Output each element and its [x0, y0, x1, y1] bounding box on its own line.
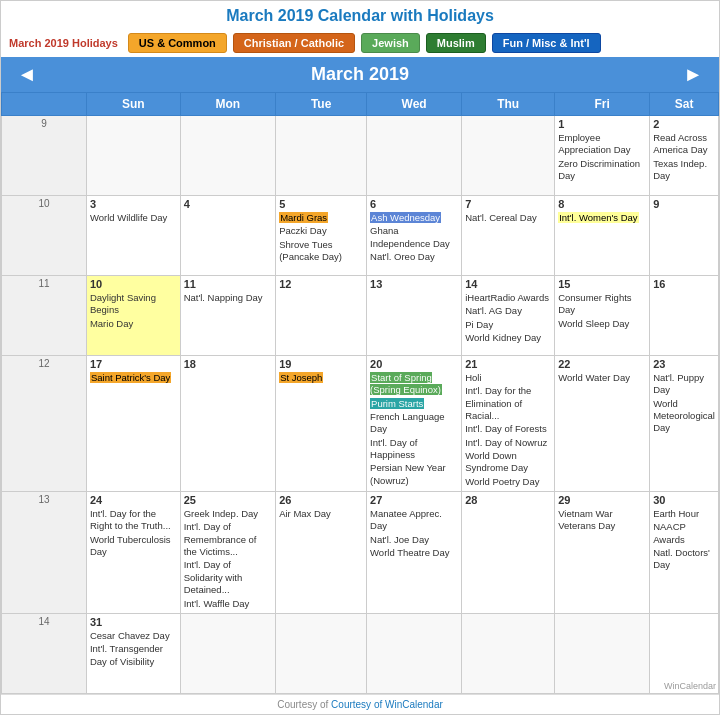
day-cell-feb27 — [367, 116, 462, 196]
day-cell-mar3: 3 World Wildlife Day — [86, 196, 180, 276]
col-sat: Sat — [650, 93, 719, 116]
filter-label: March 2019 Holidays — [9, 37, 118, 49]
week-num-9: 9 — [2, 116, 87, 196]
day-cell-mar14: 14 iHeartRadio Awards Nat'l. AG Day Pi D… — [462, 276, 555, 356]
prev-month-button[interactable]: ◄ — [17, 63, 37, 86]
col-sun: Sun — [86, 93, 180, 116]
tab-muslim[interactable]: Muslim — [426, 33, 486, 53]
day-cell-mar11: 11 Nat'l. Napping Day — [180, 276, 276, 356]
day-cell-mar5: 5 Mardi Gras Paczki Day Shrove Tues (Pan… — [276, 196, 367, 276]
page-title: March 2019 Calendar with Holidays — [1, 1, 719, 29]
day-cell-mar23: 23 Nat'l. Puppy Day World Meteorological… — [650, 356, 719, 492]
week-num-14: 14 — [2, 613, 87, 693]
col-thu: Thu — [462, 93, 555, 116]
week-num-10: 10 — [2, 196, 87, 276]
wincalendar-link[interactable]: Courtesy of WinCalendar — [331, 699, 443, 710]
day-cell-mar6: 6 Ash Wednesday Ghana Independence Day N… — [367, 196, 462, 276]
day-cell-mar31: 31 Cesar Chavez Day Int'l. Transgender D… — [86, 613, 180, 693]
day-cell-mar9: 9 — [650, 196, 719, 276]
month-year-title: March 2019 — [311, 64, 409, 85]
day-cell-mar29: 29 Vietnam War Veterans Day — [555, 492, 650, 614]
col-tue: Tue — [276, 93, 367, 116]
day-cell-apr4 — [462, 613, 555, 693]
day-cell-mar22: 22 World Water Day — [555, 356, 650, 492]
day-cell-mar12: 12 — [276, 276, 367, 356]
day-cell-mar26: 26 Air Max Day — [276, 492, 367, 614]
day-cell-mar2: 2 Read Across America Day Texas Indep. D… — [650, 116, 719, 196]
day-cell-mar13: 13 — [367, 276, 462, 356]
day-cell-mar17: 17 Saint Patrick's Day — [86, 356, 180, 492]
week-num-11: 11 — [2, 276, 87, 356]
day-cell-mar28: 28 — [462, 492, 555, 614]
week-num-12: 12 — [2, 356, 87, 492]
day-cell-mar21: 21 Holi Int'l. Day for the Elimination o… — [462, 356, 555, 492]
week-col-header — [2, 93, 87, 116]
col-mon: Mon — [180, 93, 276, 116]
wincalendar-credit: WinCalendar — [664, 681, 716, 691]
col-fri: Fri — [555, 93, 650, 116]
day-cell-apr6: WinCalendar — [650, 613, 719, 693]
day-cell-mar25: 25 Greek Indep. Day Int'l. Day of Rememb… — [180, 492, 276, 614]
day-cell-mar8: 8 Int'l. Women's Day — [555, 196, 650, 276]
footer-text: Courtesy of — [277, 699, 331, 710]
day-cell-feb28 — [462, 116, 555, 196]
tab-fun-misc[interactable]: Fun / Misc & Int'l — [492, 33, 601, 53]
day-cell-apr5 — [555, 613, 650, 693]
day-cell-feb26 — [276, 116, 367, 196]
day-cell-mar18: 18 — [180, 356, 276, 492]
day-cell-apr3 — [367, 613, 462, 693]
week-num-13: 13 — [2, 492, 87, 614]
day-cell-mar4: 4 — [180, 196, 276, 276]
day-cell-mar19: 19 St Joseph — [276, 356, 367, 492]
day-cell-apr1 — [180, 613, 276, 693]
next-month-button[interactable]: ► — [683, 63, 703, 86]
tab-jewish[interactable]: Jewish — [361, 33, 420, 53]
day-cell-mar24: 24 Int'l. Day for the Right to the Truth… — [86, 492, 180, 614]
day-cell-feb25 — [180, 116, 276, 196]
day-cell-mar16: 16 — [650, 276, 719, 356]
day-cell-mar10: 10 Daylight Saving Begins Mario Day — [86, 276, 180, 356]
tab-us-common[interactable]: US & Common — [128, 33, 227, 53]
day-cell-mar7: 7 Nat'l. Cereal Day — [462, 196, 555, 276]
day-cell-apr2 — [276, 613, 367, 693]
day-cell-mar27: 27 Manatee Apprec. Day Nat'l. Joe Day Wo… — [367, 492, 462, 614]
day-cell-mar20: 20 Start of Spring (Spring Equinox) Puri… — [367, 356, 462, 492]
day-cell-mar15: 15 Consumer Rights Day World Sleep Day — [555, 276, 650, 356]
tab-christian-catholic[interactable]: Christian / Catholic — [233, 33, 355, 53]
day-cell-mar30: 30 Earth Hour NAACP Awards Natl. Doctors… — [650, 492, 719, 614]
col-wed: Wed — [367, 93, 462, 116]
footer: Courtesy of Courtesy of WinCalendar — [1, 694, 719, 714]
day-cell-mar1: 1 Employee Appreciation Day Zero Discrim… — [555, 116, 650, 196]
day-cell-feb24 — [86, 116, 180, 196]
